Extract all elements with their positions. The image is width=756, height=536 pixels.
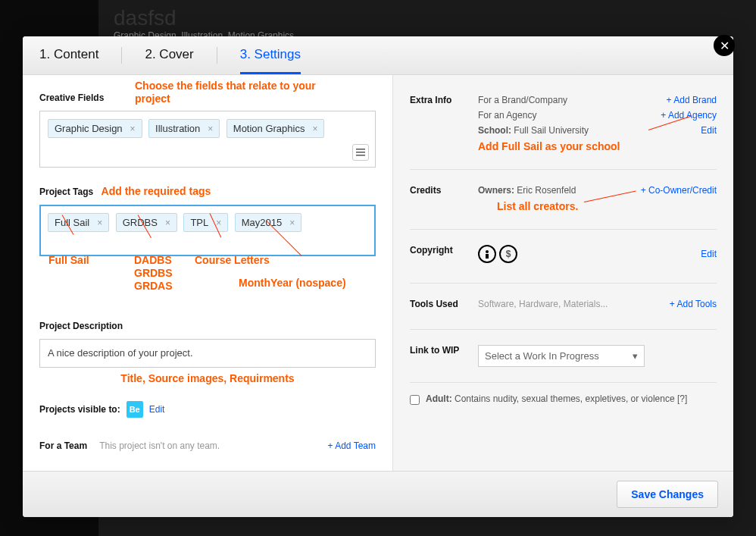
team-label: For a Team (39, 440, 87, 451)
project-tags-input[interactable]: Full Sail× GRDBS× TPL× May2015× (39, 205, 376, 256)
left-column: Creative Fields Choose the fields that r… (23, 75, 392, 471)
brand-text: For a Brand/Company (478, 95, 567, 105)
fields-annotation: Choose the fields that relate to your pr… (135, 80, 332, 105)
creative-fields-label: Creative Fields (39, 92, 104, 103)
project-tags-section: Project Tags Add the required tags Full … (39, 184, 376, 256)
cc-by-icon (478, 245, 496, 263)
svg-rect-1 (356, 152, 365, 153)
extra-info-label: Extra Info (410, 95, 478, 105)
owners-text: Owners: Eric Rosenfeld (478, 185, 576, 196)
visibility-section: Projects visible to: Be Edit (39, 401, 376, 418)
project-tags-label: Project Tags (39, 187, 93, 197)
chip-full-sail[interactable]: Full Sail× (48, 213, 109, 232)
tab-bar: 1. Content 2. Cover 3. Settings (23, 36, 733, 75)
add-tools-link[interactable]: + Add Tools (670, 299, 717, 309)
svg-rect-2 (356, 155, 365, 156)
svg-rect-0 (356, 149, 365, 150)
behance-icon: Be (127, 401, 143, 418)
tags-annotation: Add the required tags (102, 185, 211, 197)
creative-fields-section: Creative Fields Choose the fields that r… (39, 90, 376, 168)
chip-illustration[interactable]: Illustration× (148, 119, 220, 138)
visibility-edit-link[interactable]: Edit (149, 404, 165, 415)
school-edit-link[interactable]: Edit (701, 125, 717, 136)
list-icon[interactable] (352, 144, 369, 161)
anno-school: Add Full Sail as your school (478, 140, 620, 152)
credits-label: Credits (410, 185, 478, 196)
agency-text: For an Agency (478, 110, 536, 121)
copyright-label: Copyright (410, 245, 478, 255)
tab-cover[interactable]: 2. Cover (145, 47, 217, 64)
visibility-label: Projects visible to: (39, 404, 120, 415)
adult-text: Adult: Contains nudity, sexual themes, e… (426, 393, 687, 404)
chip-remove-icon[interactable]: × (165, 218, 170, 228)
bg-title: dasfsd (114, 6, 741, 30)
add-brand-link[interactable]: + Add Brand (667, 95, 717, 105)
wip-section: Link to WIP Select a Work In Progress ▾ (410, 340, 717, 371)
adult-checkbox[interactable] (410, 395, 420, 405)
add-co-owner-link[interactable]: + Co-Owner/Credit (641, 185, 717, 196)
chip-tpl[interactable]: TPL× (183, 213, 228, 232)
tab-settings[interactable]: 3. Settings (240, 47, 301, 74)
chip-graphic-design[interactable]: Graphic Design× (48, 119, 142, 138)
add-team-link[interactable]: + Add Team (328, 440, 376, 451)
close-icon[interactable]: ✕ (714, 35, 735, 56)
save-changes-button[interactable]: Save Changes (617, 481, 718, 508)
tab-content[interactable]: 1. Content (39, 47, 122, 64)
modal-footer: Save Changes (23, 471, 733, 517)
desc-annotation: Title, Source images, Requirments (39, 372, 376, 384)
right-column: Extra Info For a Brand/Company+ Add Bran… (392, 75, 733, 471)
chip-remove-icon[interactable]: × (208, 124, 213, 134)
add-agency-link[interactable]: + Add Agency (661, 110, 717, 121)
project-description-input[interactable]: A nice description of your project. (39, 339, 376, 368)
tools-placeholder: Software, Hardware, Materials... (478, 299, 608, 309)
team-status-text: This project isn't on any team. (99, 440, 220, 451)
chip-remove-icon[interactable]: × (216, 218, 221, 228)
tools-section: Tools Used Software, Hardware, Materials… (410, 294, 717, 318)
extra-info-section: Extra Info For a Brand/Company+ Add Bran… (410, 90, 717, 158)
cc-nc-icon: $ (499, 245, 517, 263)
wip-select[interactable]: Select a Work In Progress ▾ (478, 345, 645, 367)
school-text: School: Full Sail University (478, 125, 589, 136)
team-section: For a Team This project isn't on any tea… (39, 440, 376, 451)
chip-grdbs[interactable]: GRDBS× (116, 213, 177, 232)
chip-remove-icon[interactable]: × (312, 124, 317, 134)
chip-motion-graphics[interactable]: Motion Graphics× (226, 119, 325, 138)
svg-point-3 (486, 250, 489, 253)
project-description-section: Project Description A nice description o… (39, 318, 376, 384)
project-description-label: Project Description (39, 321, 123, 331)
creative-fields-input[interactable]: Graphic Design× Illustration× Motion Gra… (39, 111, 376, 168)
chip-remove-icon[interactable]: × (130, 124, 136, 134)
credits-section: Credits Owners: Eric Rosenfeld+ Co-Owner… (410, 180, 717, 218)
tools-label: Tools Used (410, 299, 478, 309)
copyright-section: Copyright $ Edit (410, 240, 717, 272)
chip-remove-icon[interactable]: × (97, 218, 102, 228)
chip-may2015[interactable]: May2015× (235, 213, 302, 232)
wip-label: Link to WIP (410, 345, 478, 356)
adult-content-row: Adult: Contains nudity, sexual themes, e… (410, 393, 717, 405)
settings-modal: ✕ 1. Content 2. Cover 3. Settings Creati… (23, 36, 733, 517)
anno-credits: List all creators. (497, 200, 578, 212)
chip-remove-icon[interactable]: × (289, 218, 295, 228)
cc-icons: $ (478, 245, 517, 263)
chevron-down-icon: ▾ (633, 350, 638, 362)
copyright-edit-link[interactable]: Edit (701, 249, 717, 259)
